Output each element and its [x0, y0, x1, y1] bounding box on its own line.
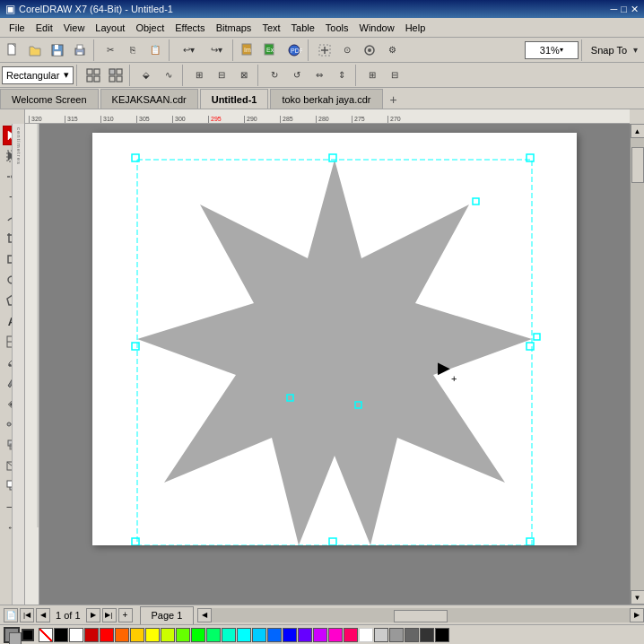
- snap-dropdown[interactable]: ▾: [628, 39, 642, 61]
- paste-btn[interactable]: 📋: [144, 39, 166, 61]
- tab-untitled[interactable]: Untitled-1: [200, 89, 269, 109]
- import-btn[interactable]: Im: [239, 39, 260, 61]
- scroll-left-btn[interactable]: ◀: [197, 608, 212, 622]
- view-btn[interactable]: [359, 39, 380, 61]
- tb2-align1[interactable]: ⊞: [188, 65, 210, 86]
- scroll-h-thumb[interactable]: [394, 610, 448, 622]
- tab-kejaksaan[interactable]: KEJAKSAAN.cdr: [100, 89, 198, 109]
- color-red1[interactable]: [84, 628, 99, 642]
- color-cyan2[interactable]: [237, 628, 251, 642]
- new-btn[interactable]: [2, 39, 23, 61]
- scroll-up-btn[interactable]: ▲: [631, 124, 645, 138]
- maximize-btn[interactable]: □: [621, 4, 627, 14]
- tb2-curve-btn[interactable]: ∿: [158, 65, 179, 86]
- minimize-btn[interactable]: ─: [611, 4, 618, 14]
- page-last-btn[interactable]: ▶|: [102, 608, 117, 622]
- color-black2[interactable]: [435, 628, 449, 642]
- page-next-btn[interactable]: ▶: [86, 608, 100, 622]
- tb2-rotate2[interactable]: ↺: [286, 65, 308, 86]
- color-purple1[interactable]: [298, 628, 312, 642]
- page-add-btn[interactable]: +: [118, 608, 133, 622]
- color-blue2[interactable]: [283, 628, 297, 642]
- save-btn[interactable]: [47, 39, 68, 61]
- color-pink1[interactable]: [328, 628, 343, 642]
- color-gray1[interactable]: [359, 628, 373, 642]
- tab-toko[interactable]: toko berkah jaya.cdr: [270, 89, 382, 109]
- tb2-flip2[interactable]: ⇕: [331, 65, 352, 86]
- page-label-tab[interactable]: Page 1: [140, 606, 195, 624]
- color-green1[interactable]: [191, 628, 205, 642]
- color-yellow1[interactable]: [130, 628, 144, 642]
- tab-welcome[interactable]: Welcome Screen: [0, 89, 99, 109]
- menu-edit[interactable]: Edit: [30, 21, 58, 35]
- menu-bitmaps[interactable]: Bitmaps: [211, 21, 257, 35]
- menu-layout[interactable]: Layout: [90, 21, 130, 35]
- menu-table[interactable]: Table: [286, 21, 320, 35]
- open-btn[interactable]: [24, 39, 46, 61]
- tb2-ungroup[interactable]: ⊟: [384, 65, 405, 86]
- tb2-group[interactable]: ⊞: [361, 65, 383, 86]
- tb2-node-btn[interactable]: ⬙: [135, 65, 157, 86]
- options-btn[interactable]: ⚙: [381, 39, 403, 61]
- current-fill-swatch[interactable]: [4, 627, 20, 643]
- menu-object[interactable]: Object: [130, 21, 170, 35]
- color-gray5[interactable]: [420, 628, 434, 642]
- vertical-scrollbar[interactable]: ▲ ▼: [630, 124, 644, 605]
- menu-tools[interactable]: Tools: [320, 21, 354, 35]
- color-red2[interactable]: [100, 628, 114, 642]
- snap-arrow-btn[interactable]: [314, 39, 335, 61]
- page-doc-btn[interactable]: 📄: [4, 608, 18, 622]
- color-pink2[interactable]: [344, 628, 358, 642]
- color-white[interactable]: [69, 628, 83, 642]
- color-gray3[interactable]: [389, 628, 404, 642]
- snap-magnet-btn[interactable]: ⊙: [336, 39, 358, 61]
- export-btn[interactable]: Ex: [261, 39, 283, 61]
- menu-help[interactable]: Help: [400, 21, 431, 35]
- color-gray2[interactable]: [374, 628, 388, 642]
- color-purple2[interactable]: [313, 628, 327, 642]
- color-skyblue[interactable]: [252, 628, 266, 642]
- color-cyan1[interactable]: [222, 628, 236, 642]
- scroll-down-btn[interactable]: ▼: [631, 590, 645, 605]
- color-gray4[interactable]: [405, 628, 419, 642]
- cut-btn[interactable]: ✂: [100, 39, 121, 61]
- tb2-rotate1[interactable]: ↻: [264, 65, 285, 86]
- tb2-align3[interactable]: ⊠: [233, 65, 255, 86]
- undo-btn[interactable]: ↩▾: [175, 39, 202, 61]
- tb2-align2[interactable]: ⊟: [211, 65, 232, 86]
- page-prev-btn[interactable]: ◀: [36, 608, 50, 622]
- scroll-v-track[interactable]: [631, 138, 645, 590]
- print-btn[interactable]: [69, 39, 91, 61]
- color-blue1[interactable]: [267, 628, 282, 642]
- color-yellow2[interactable]: [145, 628, 160, 642]
- menu-text[interactable]: Text: [257, 21, 285, 35]
- no-fill-swatch[interactable]: [39, 628, 53, 642]
- zoom-input[interactable]: 31% ▾: [525, 41, 579, 59]
- scroll-right-btn[interactable]: ▶: [630, 608, 644, 622]
- menu-effects[interactable]: Effects: [170, 21, 210, 35]
- current-stroke-swatch[interactable]: [22, 629, 34, 641]
- horizontal-scrollbar[interactable]: ◀ ▶: [197, 605, 644, 625]
- menu-file[interactable]: File: [4, 21, 30, 35]
- tb2-flip1[interactable]: ⇔: [309, 65, 330, 86]
- canvas-wrapper[interactable]: ▶ +: [39, 124, 630, 605]
- color-lime1[interactable]: [161, 628, 175, 642]
- color-black[interactable]: [54, 628, 68, 642]
- page-first-btn[interactable]: |◀: [20, 608, 34, 622]
- tb2-btn1[interactable]: [83, 65, 104, 86]
- color-orange[interactable]: [115, 628, 129, 642]
- redo-btn[interactable]: ↪▾: [203, 39, 230, 61]
- close-btn[interactable]: ✕: [631, 4, 639, 15]
- menu-view[interactable]: View: [58, 21, 91, 35]
- star-drawing[interactable]: ▶ +: [92, 133, 577, 545]
- selection-type-dropdown[interactable]: Rectangular ▾: [2, 66, 74, 84]
- publish-btn[interactable]: PDF: [283, 39, 305, 61]
- color-lime2[interactable]: [176, 628, 190, 642]
- color-green2[interactable]: [206, 628, 221, 642]
- tab-add-btn[interactable]: +: [385, 91, 403, 109]
- scroll-h-track[interactable]: [212, 608, 630, 622]
- scroll-v-thumb[interactable]: [631, 147, 644, 183]
- copy-btn[interactable]: ⎘: [122, 39, 144, 61]
- menu-window[interactable]: Window: [354, 21, 400, 35]
- tb2-btn2[interactable]: [105, 65, 126, 86]
